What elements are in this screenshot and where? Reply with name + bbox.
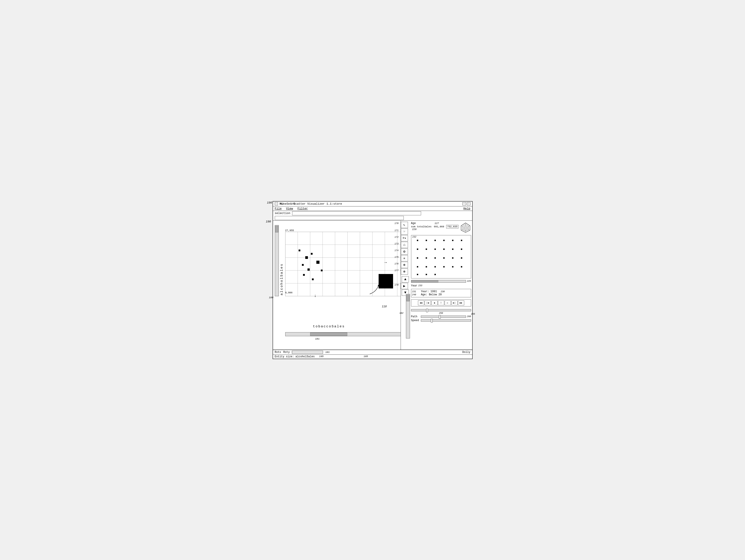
svg-rect-43 xyxy=(443,249,445,250)
ref-190: 190 xyxy=(266,220,271,223)
hand-tool[interactable]: ☞ xyxy=(401,228,408,235)
timeline-thumb[interactable] xyxy=(426,309,428,312)
svg-rect-37 xyxy=(443,239,445,241)
prev-button[interactable]: ◀ xyxy=(431,300,438,305)
target-tool[interactable]: ⊕ xyxy=(401,262,408,268)
svg-rect-20 xyxy=(302,264,304,266)
bottom-bar: Rotx Roty 181 Dolly xyxy=(273,350,472,355)
y-axis-area: alcoholSales xyxy=(280,232,284,327)
sum-label: sum totalSales xyxy=(411,225,431,228)
home-tool[interactable]: ⌂ xyxy=(401,242,408,248)
timeline-slider[interactable] xyxy=(411,309,471,311)
cursor-tool[interactable]: ↖ xyxy=(401,222,408,228)
year-label-row: Year 233 xyxy=(411,284,471,287)
stop-button[interactable]: □ xyxy=(438,300,444,305)
ref-171: 171 xyxy=(395,229,399,232)
vertical-scrollbar-right[interactable]: 182 xyxy=(406,294,410,338)
svg-rect-48 xyxy=(434,257,436,258)
title-bar: — MineSet Scatter Visualizer 1.1:store ○… xyxy=(273,202,472,206)
path-thumb[interactable] xyxy=(439,315,441,319)
info-box: 231 Year: 1991 230 240 Age: Below 20 xyxy=(411,289,471,297)
skip-back-button[interactable]: |◀ xyxy=(425,300,431,305)
fast-fwd-button[interactable]: ▶▶ xyxy=(458,300,464,305)
ref-180: 180 xyxy=(269,296,273,299)
path-label: Path xyxy=(411,315,420,318)
window-menu-icon[interactable]: — xyxy=(275,202,278,205)
file-menu[interactable]: File xyxy=(275,207,282,210)
timeline-slider-row xyxy=(411,309,471,311)
ref-235: 235 xyxy=(471,313,475,315)
ref-174: 174 xyxy=(395,249,399,252)
maximize-button[interactable]: □ xyxy=(467,202,471,205)
arrow-right-tool[interactable]: ▶ xyxy=(401,283,408,289)
svg-rect-40 xyxy=(417,249,418,250)
settings-tool[interactable]: ⚙ xyxy=(401,249,408,255)
mini-chart-scrollbar[interactable] xyxy=(411,280,466,283)
sum-label-row: sum totalSales 601,868 752,835 220 xyxy=(411,225,459,231)
play-button[interactable]: ▷ xyxy=(445,300,451,305)
roty-slider[interactable] xyxy=(292,351,323,354)
svg-rect-49 xyxy=(443,257,445,258)
ref-250: 250 xyxy=(439,312,443,315)
year-label: Year xyxy=(411,284,418,287)
ref-170: 170 xyxy=(395,222,399,225)
horizontal-scrollbar-bottom[interactable] xyxy=(285,332,410,336)
ref-230: 230 xyxy=(441,291,445,293)
svg-rect-23 xyxy=(303,274,305,276)
ref-127: 127 xyxy=(434,222,439,225)
speed-label: Speed xyxy=(411,319,420,322)
ref-172: 172 xyxy=(395,236,399,238)
asterisk-tool[interactable]: ✳ xyxy=(401,255,408,261)
minimize-button[interactable]: ○ xyxy=(462,202,466,205)
svg-rect-50 xyxy=(452,257,453,258)
ref-110: 110 xyxy=(382,305,387,308)
playback-controls: ◀◀ |◀ ◀ □ ▷ ▶| ▶▶ xyxy=(411,299,471,306)
rotate-tool[interactable]: ⊗ xyxy=(401,268,408,275)
filter-menu[interactable]: Filter xyxy=(297,207,308,210)
speed-slider[interactable] xyxy=(421,319,471,322)
svg-rect-53 xyxy=(425,266,427,267)
svg-rect-34 xyxy=(417,239,418,241)
selection-bar: selection xyxy=(273,211,472,221)
rotx-label: Rotx xyxy=(275,351,281,354)
arrow-up-tool[interactable]: ▲ xyxy=(402,276,409,283)
sum-value2: 752,835 xyxy=(446,225,458,228)
app-window: — MineSet Scatter Visualizer 1.1:store ○… xyxy=(272,201,473,359)
svg-rect-45 xyxy=(461,249,462,250)
speed-thumb[interactable] xyxy=(431,319,433,323)
path-slider[interactable] xyxy=(421,316,466,318)
vertical-scrollbar-left[interactable] xyxy=(275,225,279,296)
toolbar-spacer: ▲ xyxy=(402,276,409,283)
y-max-label: 27,955 xyxy=(285,229,294,232)
mini-scatter-plot: 232 xyxy=(411,235,471,278)
svg-rect-41 xyxy=(425,249,427,250)
view-menu[interactable]: View xyxy=(286,207,293,210)
ref-105: 105 xyxy=(363,355,368,358)
svg-rect-44 xyxy=(452,249,453,250)
rewind-button[interactable]: ◀◀ xyxy=(418,300,424,305)
selection-bar2[interactable] xyxy=(275,216,404,220)
x-axis-label: tobaccoSales xyxy=(313,325,345,328)
selection-input[interactable] xyxy=(292,211,421,215)
svg-rect-35 xyxy=(425,239,427,241)
ref-175: 175 xyxy=(395,256,399,258)
svg-rect-22 xyxy=(316,261,320,264)
ref-173: 173 xyxy=(395,243,399,245)
ref-195: 195 xyxy=(319,355,324,358)
menu-bar: File View Filter Help 191 192 xyxy=(273,206,472,211)
ref-181b: 181 xyxy=(325,351,330,354)
help-menu[interactable]: Help xyxy=(463,207,470,210)
slider-section: 235 250 Path xyxy=(411,308,471,323)
ref-225: 225 xyxy=(467,280,471,283)
svg-rect-21 xyxy=(307,268,310,271)
svg-rect-54 xyxy=(434,266,436,267)
svg-rect-42 xyxy=(434,249,436,250)
ref-240: 240 xyxy=(412,294,416,296)
skip-fwd-button[interactable]: ▶| xyxy=(451,300,457,305)
key-tool[interactable]: 🗝 xyxy=(401,235,408,241)
svg-rect-24 xyxy=(321,269,323,271)
y-axis-label: alcoholSales xyxy=(280,263,284,295)
svg-rect-38 xyxy=(452,239,453,241)
sum-value1: 601,868 xyxy=(434,225,444,228)
window-controls: ○ □ xyxy=(462,202,471,205)
